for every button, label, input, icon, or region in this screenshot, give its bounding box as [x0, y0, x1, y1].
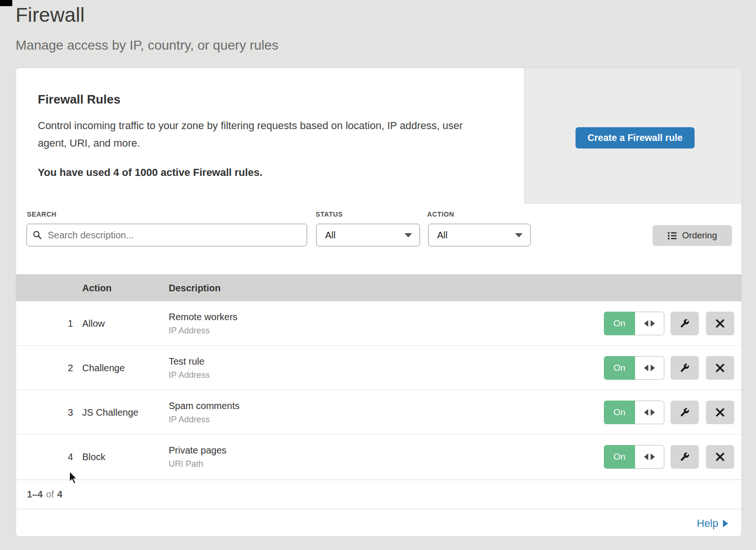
search-label: SEARCH: [27, 210, 57, 218]
pagination-of: of: [46, 489, 54, 500]
delete-rule-button[interactable]: [706, 312, 734, 335]
delete-rule-button[interactable]: [706, 445, 734, 469]
intro-section: Firewall Rules Control incoming traffic …: [16, 68, 742, 204]
pagination-range: 1–4: [27, 489, 43, 500]
rule-enable-toggle[interactable]: On: [604, 445, 664, 469]
edit-rule-button[interactable]: [670, 401, 699, 424]
rule-match-type: URI Path: [169, 459, 226, 469]
rules-table: 1 Allow Remote workers IP Address On 2 C…: [16, 301, 742, 479]
rule-enable-toggle[interactable]: On: [604, 356, 664, 380]
rule-priority: 3: [56, 407, 85, 418]
edit-rule-button[interactable]: [670, 356, 699, 380]
close-icon: [715, 408, 725, 417]
rule-match-type: IP Address: [169, 370, 210, 380]
toggle-handle[interactable]: [635, 356, 664, 380]
action-label: ACTION: [427, 210, 454, 218]
search-box: [26, 224, 307, 246]
wrench-icon: [679, 363, 690, 373]
toggle-on-label[interactable]: On: [604, 312, 635, 335]
edit-rule-button[interactable]: [670, 312, 699, 335]
rule-enable-toggle[interactable]: On: [604, 312, 664, 335]
column-action: Action: [82, 282, 112, 293]
toggle-on-label[interactable]: On: [604, 401, 635, 424]
rule-action: Allow: [82, 318, 105, 329]
help-arrow-icon: [723, 520, 728, 527]
rule-action: Challenge: [82, 362, 125, 373]
close-icon: [715, 319, 725, 328]
action-selected-value: All: [437, 230, 447, 241]
firewall-card: Firewall Rules Control incoming traffic …: [16, 68, 742, 537]
rule-description: Private pages: [169, 445, 226, 456]
delete-rule-button[interactable]: [706, 356, 734, 380]
ordering-button-label: Ordering: [682, 230, 717, 241]
page-title: Firewall: [16, 4, 85, 26]
table-row: 2 Challenge Test rule IP Address On: [16, 346, 742, 390]
page-subtitle: Manage access by IP, country, or query r…: [16, 38, 278, 53]
chevron-down-icon: [515, 233, 523, 237]
pagination-total: 4: [57, 489, 62, 500]
toggle-arrows-icon: [651, 320, 655, 327]
rule-match-type: IP Address: [169, 414, 240, 424]
close-icon: [715, 452, 725, 462]
toggle-on-label[interactable]: On: [604, 445, 635, 469]
ordering-list-icon: [668, 232, 677, 240]
table-row: 1 Allow Remote workers IP Address On: [16, 301, 742, 346]
rule-priority: 4: [56, 452, 85, 463]
toggle-arrows-icon: [644, 454, 648, 460]
edit-rule-button[interactable]: [670, 445, 699, 469]
toggle-arrows-icon: [644, 409, 648, 416]
rule-enable-toggle[interactable]: On: [604, 401, 664, 424]
toggle-arrows-icon: [644, 365, 648, 371]
rule-description: Test rule: [169, 356, 210, 367]
filters-bar: SEARCH STATUS All ACTION All Ordering: [16, 204, 742, 274]
rule-description: Spam comments: [169, 400, 240, 411]
usage-summary: You have used 4 of 1000 active Firewall …: [38, 166, 262, 179]
screen-artifact: [0, 0, 12, 6]
table-row: 4 Block Private pages URI Path On: [16, 435, 742, 479]
chevron-down-icon: [404, 233, 412, 237]
status-label: STATUS: [316, 210, 343, 218]
ordering-button[interactable]: Ordering: [653, 225, 732, 246]
rule-action: Block: [82, 452, 105, 463]
help-link[interactable]: Help: [697, 517, 728, 530]
column-description: Description: [169, 282, 221, 293]
rule-description: Remote workers: [169, 311, 238, 322]
toggle-handle[interactable]: [635, 401, 664, 424]
toggle-arrows-icon: [651, 454, 655, 460]
rule-priority: 2: [56, 362, 85, 373]
pagination: 1–4 of 4: [16, 480, 742, 509]
table-row: 3 JS Challenge Spam comments IP Address …: [16, 390, 742, 435]
help-link-label: Help: [697, 517, 718, 530]
toggle-arrows-icon: [651, 365, 655, 371]
intro-description: Control incoming traffic to your zone by…: [38, 117, 484, 152]
wrench-icon: [679, 318, 690, 329]
action-select[interactable]: All: [428, 224, 531, 246]
toggle-on-label[interactable]: On: [604, 356, 635, 380]
table-header: Action Description: [16, 274, 742, 301]
toggle-arrows-icon: [651, 409, 655, 416]
rule-match-type: IP Address: [169, 325, 238, 335]
wrench-icon: [679, 452, 690, 462]
search-input[interactable]: [26, 224, 307, 246]
toggle-handle[interactable]: [635, 312, 664, 335]
close-icon: [715, 363, 725, 373]
rule-action: JS Challenge: [82, 407, 138, 418]
create-firewall-rule-button[interactable]: Create a Firewall rule: [576, 127, 695, 148]
delete-rule-button[interactable]: [706, 401, 734, 424]
toggle-handle[interactable]: [635, 445, 664, 469]
intro-text-block: Firewall Rules Control incoming traffic …: [38, 68, 510, 204]
card-footer: Help: [16, 509, 742, 537]
intro-action-panel: Create a Firewall rule: [524, 68, 742, 204]
intro-heading: Firewall Rules: [38, 92, 120, 107]
wrench-icon: [679, 407, 690, 418]
rule-priority: 1: [56, 318, 85, 329]
toggle-arrows-icon: [644, 320, 648, 327]
status-selected-value: All: [325, 230, 335, 241]
status-select[interactable]: All: [316, 224, 420, 246]
